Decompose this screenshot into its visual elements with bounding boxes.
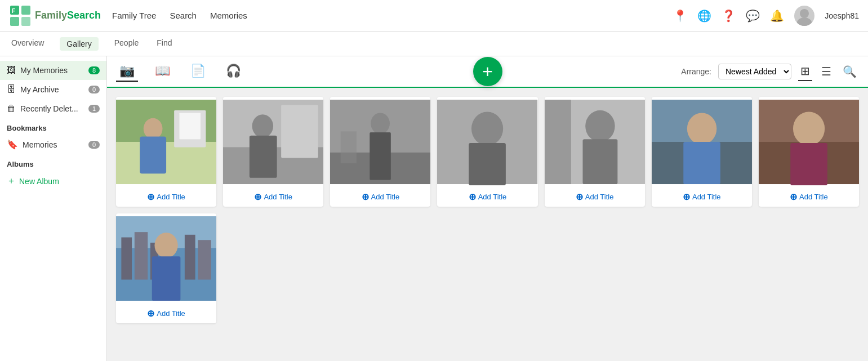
trash-icon: 🗑 — [7, 104, 16, 114]
photo-image-2 — [223, 97, 323, 187]
nav-right: 📍 🌐 ❓ 💬 🔔 Joesph81 — [673, 6, 859, 26]
photo-frame-2 — [223, 97, 323, 187]
svg-point-45 — [154, 233, 177, 258]
photo-card-4[interactable]: ⊕ Add Title — [437, 97, 537, 207]
photo-frame-7 — [759, 97, 859, 187]
albums-section-header: Albums — [0, 154, 106, 171]
photo-card-7[interactable]: ⊕ Add Title — [759, 97, 859, 207]
sidebar-item-memories-bookmark[interactable]: 🔖 Memories 0 — [0, 135, 106, 154]
books-tab[interactable]: 📖 — [152, 61, 173, 82]
book-icon: 📖 — [155, 64, 170, 78]
add-title-8[interactable]: ⊕ Add Title — [116, 304, 216, 323]
tab-overview[interactable]: Overview — [9, 32, 46, 56]
arrange-label: Arrange: — [681, 67, 711, 76]
svg-point-36 — [793, 112, 825, 146]
bookmarks-section-header: Bookmarks — [0, 118, 106, 135]
bookmark-icon: 🔖 — [7, 139, 18, 150]
add-title-3[interactable]: ⊕ Add Title — [330, 187, 430, 207]
photo-card-3[interactable]: ⊕ Add Title — [330, 97, 430, 207]
my-archive-badge: 0 — [88, 86, 100, 93]
svg-rect-17 — [250, 136, 277, 178]
photo-image-5 — [545, 97, 645, 187]
tab-find[interactable]: Find — [154, 32, 174, 56]
sidebar: 🖼 My Memories 8 🗄 My Archive 0 🗑 Recentl… — [0, 56, 107, 361]
svg-rect-10 — [180, 113, 201, 139]
svg-point-11 — [144, 118, 163, 140]
add-title-6[interactable]: ⊕ Add Title — [652, 187, 752, 207]
photo-card-6[interactable]: ⊕ Add Title — [652, 97, 752, 207]
svg-rect-1 — [21, 6, 30, 15]
plus-circle-6: ⊕ — [683, 191, 690, 202]
sub-nav: Overview Gallery People Find — [0, 32, 868, 56]
add-title-4[interactable]: ⊕ Add Title — [437, 187, 537, 207]
sidebar-item-my-archive[interactable]: 🗄 My Archive 0 — [0, 80, 106, 99]
user-avatar[interactable] — [794, 6, 814, 26]
user-name[interactable]: Joesph81 — [825, 11, 859, 20]
add-title-7[interactable]: ⊕ Add Title — [759, 187, 859, 207]
svg-rect-29 — [582, 139, 617, 184]
sidebar-recently-deleted-label: Recently Delet... — [20, 104, 78, 113]
photo-image-8 — [116, 213, 216, 304]
new-album-button[interactable]: ＋ New Album — [0, 171, 106, 191]
nav-search[interactable]: Search — [170, 11, 197, 20]
notifications-icon[interactable]: 🔔 — [770, 9, 784, 23]
svg-rect-41 — [135, 232, 148, 279]
content-area: 📷 📖 📄 🎧 + Arrange: Newest Added — [107, 56, 868, 361]
list-view-button[interactable]: ☰ — [819, 63, 834, 81]
svg-point-5 — [800, 9, 809, 18]
camera-icon: 📷 — [119, 64, 135, 78]
photo-frame-6 — [652, 97, 752, 187]
add-title-label-5: Add Title — [585, 193, 614, 201]
grid-view-button[interactable]: ⊞ — [798, 62, 812, 81]
add-title-2[interactable]: ⊕ Add Title — [223, 187, 323, 207]
svg-point-6 — [797, 17, 812, 26]
photo-frame-5 — [545, 97, 645, 187]
tab-gallery[interactable]: Gallery — [60, 37, 98, 51]
svg-rect-21 — [370, 132, 391, 180]
location-icon[interactable]: 📍 — [673, 9, 687, 23]
add-media-button[interactable]: + — [473, 57, 502, 86]
add-title-5[interactable]: ⊕ Add Title — [545, 187, 645, 207]
nav-memories[interactable]: Memories — [210, 11, 247, 20]
photo-card-8[interactable]: ⊕ Add Title — [116, 213, 216, 323]
photos-tab[interactable]: 📷 — [116, 61, 138, 82]
archive-icon: 🗄 — [7, 84, 16, 95]
photo-frame-8 — [116, 213, 216, 304]
sidebar-memories-bookmark-label: Memories — [23, 140, 57, 149]
photo-frame-4 — [437, 97, 537, 187]
photo-card-1[interactable]: ⊕ Add Title — [116, 97, 216, 207]
add-title-1[interactable]: ⊕ Add Title — [116, 187, 216, 207]
gallery-grid: ⊕ Add Title ⊕ Add Title — [107, 88, 868, 332]
search-button[interactable]: 🔍 — [840, 63, 859, 81]
sidebar-item-recently-deleted[interactable]: 🗑 Recently Delet... 1 — [0, 99, 106, 118]
plus-circle-4: ⊕ — [469, 191, 476, 202]
sidebar-item-my-memories[interactable]: 🖼 My Memories 8 — [0, 61, 106, 80]
memories-icon: 🖼 — [7, 65, 16, 75]
logo-icon: F — [9, 5, 32, 27]
svg-rect-33 — [683, 142, 720, 184]
svg-rect-2 — [10, 17, 19, 26]
sidebar-my-archive-label: My Archive — [20, 85, 59, 94]
add-title-label-4: Add Title — [478, 193, 507, 201]
logo[interactable]: F FamilySearch — [9, 5, 101, 27]
photo-card-5[interactable]: ⊕ Add Title — [545, 97, 645, 207]
nav-family-tree[interactable]: Family Tree — [112, 11, 156, 20]
recently-deleted-badge: 1 — [88, 105, 100, 113]
arrange-select[interactable]: Newest Added Oldest Added Title A-Z Titl… — [718, 64, 791, 79]
globe-icon[interactable]: 🌐 — [697, 9, 711, 23]
plus-circle-7: ⊕ — [790, 191, 797, 202]
svg-rect-37 — [790, 143, 827, 185]
svg-rect-40 — [121, 237, 132, 279]
tab-people[interactable]: People — [112, 32, 141, 56]
memories-bookmark-badge: 0 — [88, 141, 100, 149]
messages-icon[interactable]: 💬 — [746, 9, 760, 23]
photo-image-3 — [330, 97, 430, 187]
svg-rect-22 — [341, 131, 357, 163]
svg-rect-3 — [21, 17, 30, 26]
audio-tab[interactable]: 🎧 — [222, 61, 244, 82]
documents-tab[interactable]: 📄 — [187, 61, 209, 82]
photo-card-2[interactable]: ⊕ Add Title — [223, 97, 323, 207]
help-icon[interactable]: ❓ — [722, 9, 736, 23]
photo-image-1 — [116, 97, 216, 187]
add-title-label-1: Add Title — [157, 193, 185, 201]
